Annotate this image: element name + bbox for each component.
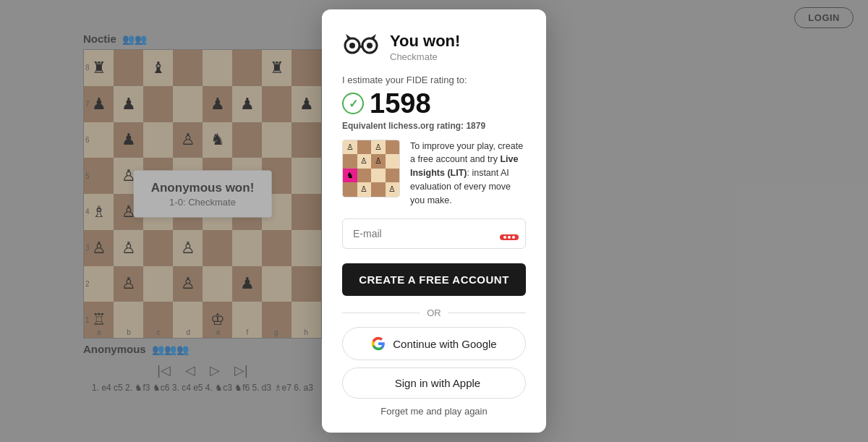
or-line-left (342, 313, 420, 313)
mini-cell: ♞ (343, 169, 357, 183)
lichess-equiv: Equivalent lichess.org rating: 1879 (342, 121, 526, 131)
mini-board-image: ♙♙♙♙♞♙♙ (342, 140, 400, 197)
lichess-label: Equivalent lichess.org rating: (342, 121, 464, 131)
google-label: Continue with Google (393, 338, 496, 350)
rating-check-icon: ✓ (342, 93, 364, 114)
modal-overlay: You won! Checkmate I estimate your FIDE … (0, 0, 868, 442)
chess-logo (342, 30, 380, 64)
mini-cell (386, 154, 400, 169)
google-icon (371, 336, 386, 351)
rating-label: I estimate your FIDE rating to: (342, 75, 526, 85)
apple-label: Sign in with Apple (395, 377, 480, 389)
modal-subtitle: Checkmate (390, 51, 460, 62)
lichess-value: 1879 (466, 121, 485, 131)
modal-title: You won! (390, 32, 460, 51)
email-wrapper (342, 218, 526, 256)
forget-link[interactable]: Forget me and play again (342, 406, 526, 417)
mini-cell (343, 154, 357, 169)
mini-cell (343, 182, 357, 197)
mini-cell (371, 169, 386, 183)
mini-cell (386, 140, 400, 155)
mini-cell (371, 182, 386, 197)
mini-cell (357, 169, 372, 183)
insight-section: ♙♙♙♙♞♙♙ To improve your play, create a f… (342, 140, 526, 208)
mini-cell (386, 169, 400, 183)
mini-cell: ♙ (343, 140, 357, 155)
mini-cell: ♙ (386, 182, 400, 197)
insight-text: To improve your play, create a free acco… (410, 140, 526, 208)
email-input[interactable] (342, 218, 526, 249)
or-line-right (448, 313, 526, 313)
or-text: OR (427, 307, 441, 318)
mini-cell: ♙ (357, 154, 372, 169)
mini-cell: ♙ (357, 182, 372, 197)
email-manager-icon (500, 234, 519, 240)
rating-value: ✓ 1598 (342, 88, 526, 119)
modal-header: You won! Checkmate (342, 30, 526, 64)
mini-cell: ♙ (371, 140, 386, 155)
apple-signin-button[interactable]: Sign in with Apple (342, 367, 526, 399)
google-signin-button[interactable]: Continue with Google (342, 327, 526, 360)
rating-number: 1598 (370, 88, 431, 119)
rating-section: I estimate your FIDE rating to: ✓ 1598 E… (342, 75, 526, 131)
svg-point-1 (349, 43, 355, 48)
svg-point-3 (367, 43, 373, 48)
create-account-button[interactable]: CREATE A FREE ACCOUNT (342, 263, 526, 296)
mini-cell: ♙ (371, 154, 386, 169)
or-divider: OR (342, 307, 526, 318)
mini-cell (357, 140, 372, 155)
modal: You won! Checkmate I estimate your FIDE … (322, 9, 546, 433)
